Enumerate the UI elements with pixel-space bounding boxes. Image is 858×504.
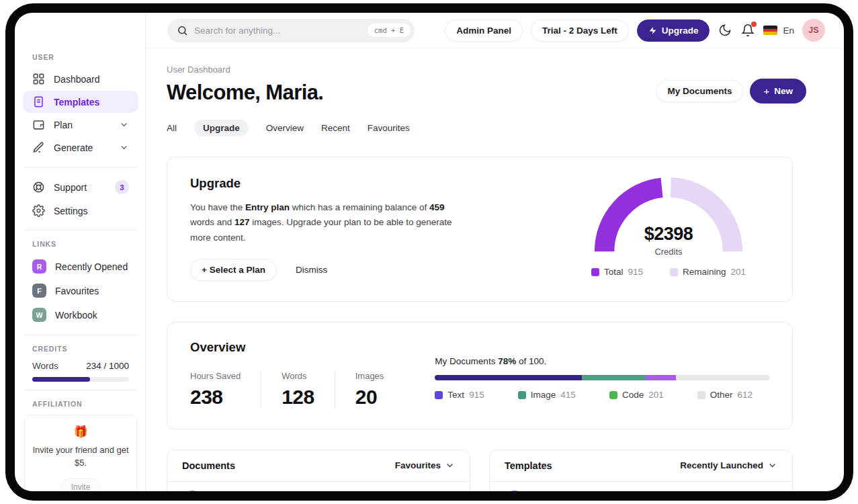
sidebar-section-credits: CREDITS [32, 345, 138, 353]
search-bar[interactable]: cmd + E [167, 19, 415, 42]
sidebar-item-settings[interactable]: Settings [23, 200, 138, 222]
legend-item-other: Other 612 [697, 390, 753, 400]
stacked-progress-bar [435, 375, 769, 380]
credits-gauge-chart: $2398 Credits [591, 176, 746, 257]
legend-swatch [609, 391, 617, 399]
upgrade-button-label: Upgrade [662, 26, 699, 36]
overview-stats: Hours Saved 238 Words 128 Images 20 [190, 371, 404, 409]
dismiss-button[interactable]: Dismiss [296, 265, 327, 275]
document-avatar [182, 491, 202, 491]
legend-value: 612 [738, 390, 753, 400]
language-label[interactable]: En [783, 26, 794, 36]
topbar: cmd + E Admin Panel Trial - 2 Days Left … [146, 13, 844, 48]
pencil-icon [32, 141, 45, 154]
device-frame: USER Dashboard Templates Plan [5, 3, 853, 501]
legend-swatch [435, 391, 443, 399]
grid-icon [32, 73, 45, 85]
tab-all[interactable]: All [167, 120, 177, 136]
bar-segment-other [676, 375, 769, 380]
notifications-button[interactable] [740, 23, 755, 38]
documents-card: Documents Favourites Untitled Document i… [167, 450, 470, 491]
words-balance: 459 [429, 202, 445, 212]
sidebar-item-templates[interactable]: Templates [23, 91, 138, 113]
overview-card-title: Overview [190, 340, 404, 355]
images-balance: 127 [234, 217, 250, 227]
upgrade-button[interactable]: Upgrade [637, 19, 710, 42]
user-avatar[interactable]: JS [802, 19, 825, 42]
tab-favourites[interactable]: Favourites [368, 120, 410, 136]
sidebar-item-favourites[interactable]: F Favourites [23, 279, 138, 302]
stat-words: Words 128 [261, 371, 335, 409]
tab-recent[interactable]: Recent [321, 120, 350, 136]
legend-swatch [697, 391, 705, 399]
invite-button[interactable]: Invite [60, 478, 101, 491]
legend-value: 415 [560, 390, 576, 400]
search-input[interactable] [194, 26, 361, 36]
caption-text: of 100. [516, 356, 546, 366]
legend-label: Image [531, 390, 556, 400]
my-documents-button[interactable]: My Documents [656, 80, 743, 102]
admin-panel-button[interactable]: Admin Panel [445, 19, 523, 42]
sidebar-item-plan[interactable]: Plan [23, 114, 138, 136]
plus-icon: + [763, 85, 769, 97]
legend-value: 201 [731, 267, 746, 277]
chevron-down-icon [445, 460, 455, 470]
wallet-icon [32, 118, 45, 131]
credits-progress-bar [32, 377, 129, 382]
documents-card-header: Documents Favourites [167, 450, 470, 482]
german-flag-icon[interactable] [763, 26, 777, 35]
sidebar-item-label: Templates [54, 97, 99, 108]
sidebar-item-label: Recently Opened [55, 261, 128, 272]
tab-overview[interactable]: Overview [266, 120, 304, 136]
sidebar-item-label: Workbook [55, 310, 97, 321]
legend-swatch [518, 391, 526, 399]
legend-value: 201 [648, 390, 664, 400]
documents-progress-legend: Text 915 Image 415 Code 201 [435, 390, 753, 400]
sidebar-item-label: Generate [54, 142, 93, 153]
template-row[interactable]: Blog Post Title in Workbook [490, 482, 792, 491]
life-buoy-icon [32, 181, 45, 194]
gauge-legend: Total 915 Remaining 201 [591, 267, 746, 277]
template-avatar [505, 491, 525, 491]
select-plan-button[interactable]: + Select a Plan [190, 259, 277, 281]
legend-value: 915 [628, 267, 643, 277]
upgrade-card-body: You have the Entry plan which has a rema… [190, 200, 467, 245]
documents-progress-caption: My Documents 78% of 100. [435, 356, 769, 366]
upgrade-card: Upgrade You have the Entry plan which ha… [167, 157, 793, 302]
new-button[interactable]: + New [750, 79, 806, 103]
sidebar-item-generate[interactable]: Generate [23, 136, 138, 159]
templates-filter-dropdown[interactable]: Recently Launched [680, 460, 777, 470]
stat-value: 238 [190, 386, 241, 409]
document-row[interactable]: Untitled Document in Workbook [167, 482, 470, 491]
bar-segment-text [435, 375, 582, 380]
sidebar-item-dashboard[interactable]: Dashboard [23, 68, 138, 90]
legend-label: Other [710, 390, 733, 400]
templates-card-header: Templates Recently Launched [490, 450, 792, 482]
flag-stripe [763, 32, 777, 35]
title-row: Welcome, Maria. My Documents + New [167, 79, 793, 105]
divider [24, 167, 137, 167]
chevron-down-icon [767, 460, 777, 470]
sidebar-item-support[interactable]: Support 3 [23, 175, 138, 199]
templates-filter-label: Recently Launched [680, 460, 763, 470]
trial-status-button[interactable]: Trial - 2 Days Left [531, 19, 629, 42]
sidebar-section-user: USER [32, 53, 138, 61]
dark-mode-toggle[interactable] [718, 23, 732, 38]
overview-card: Overview Hours Saved 238 Words 128 Image… [167, 322, 793, 429]
gauge-center: $2398 Credits [591, 224, 746, 257]
stat-value: 128 [282, 386, 314, 409]
sidebar-item-recently-opened[interactable]: R Recently Opened [23, 255, 138, 278]
documents-filter-dropdown[interactable]: Favourites [395, 460, 455, 470]
documents-progress-block: My Documents 78% of 100. Text 915 [435, 340, 769, 409]
sidebar-item-workbook[interactable]: W Workbook [23, 303, 138, 327]
tab-upgrade[interactable]: Upgrade [194, 120, 249, 136]
legend-label: Remaining [683, 267, 726, 277]
chevron-down-icon [119, 120, 129, 130]
page-title: Welcome, Maria. [167, 81, 323, 105]
link-initial-badge: R [32, 259, 46, 274]
legend-item-remaining: Remaining 201 [670, 267, 746, 277]
sidebar-item-label: Settings [54, 206, 88, 216]
bolt-icon [648, 26, 657, 35]
legend-swatch [670, 268, 678, 276]
legend-item-code: Code 201 [609, 390, 664, 400]
